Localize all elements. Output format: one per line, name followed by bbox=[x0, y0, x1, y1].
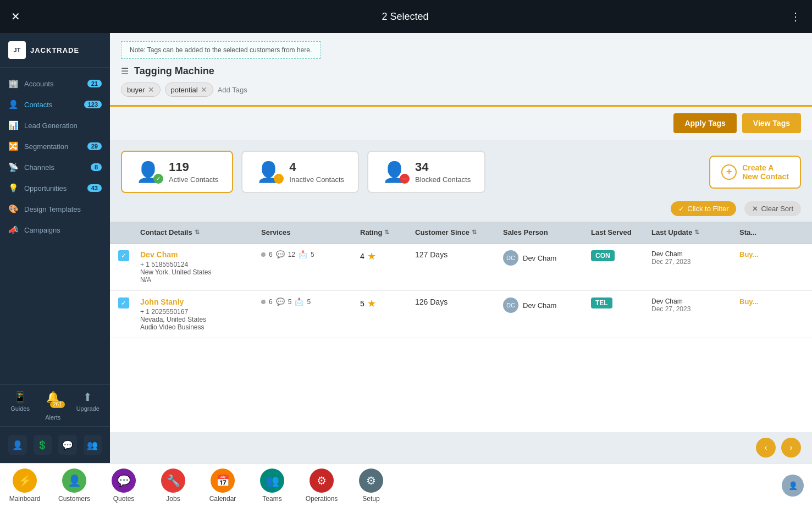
tab-customers[interactable]: 👤 Customers bbox=[49, 464, 99, 507]
contact-name-john-stanly[interactable]: John Stanly bbox=[140, 297, 261, 306]
tag-input[interactable] bbox=[218, 86, 801, 94]
bottom-tabbar: ⚡ Mainboard 👤 Customers 💬 Quotes 🔧 Jobs … bbox=[0, 463, 812, 507]
svc-count-5b: 5 bbox=[288, 298, 292, 306]
row2-rating: 5 ★ bbox=[360, 297, 415, 310]
sidebar-item-left-accounts: 🏢 Accounts bbox=[8, 79, 53, 89]
quick-icon-chat[interactable]: 💬 bbox=[58, 435, 77, 455]
sidebar-badge-segmentation: 29 bbox=[87, 142, 102, 150]
sidebar-badge-contacts: 123 bbox=[84, 101, 102, 108]
sidebar-upgrade[interactable]: ⬆ Upgrade bbox=[76, 390, 100, 421]
setup-label: Setup bbox=[362, 495, 379, 503]
stat-card-blocked[interactable]: 👤 — 34 Blocked Contacts bbox=[367, 151, 485, 193]
tab-quotes[interactable]: 💬 Quotes bbox=[99, 464, 148, 507]
row1-checkbox[interactable]: ✓ bbox=[118, 250, 140, 261]
sidebar-item-left-opportunities: 💡 Opportunities bbox=[8, 183, 67, 193]
operations-icon: ⚙ bbox=[310, 469, 334, 493]
contact-name-dev-cham[interactable]: Dev Cham bbox=[140, 250, 261, 259]
content-area: Note: Tags can be added to the selected … bbox=[110, 33, 812, 463]
close-icon[interactable]: ✕ bbox=[11, 10, 20, 23]
plus-circle-icon: + bbox=[721, 164, 737, 180]
sidebar-item-contacts[interactable]: 👤 Contacts 123 bbox=[0, 94, 110, 115]
svc-count-6b: 6 bbox=[269, 298, 273, 306]
sidebar-quick-icons: 👤 💲 💬 👥 bbox=[0, 426, 110, 463]
row1-salesperson: DC Dev Cham bbox=[503, 250, 591, 266]
lu-date-2: Dec 27, 2023 bbox=[651, 305, 739, 313]
row1-customer-since: 127 Days bbox=[415, 250, 503, 259]
more-options-icon[interactable]: ⋮ bbox=[790, 10, 801, 23]
tab-operations[interactable]: ⚙ Operations bbox=[297, 464, 346, 507]
create-new-contact-button[interactable]: + Create A New Contact bbox=[709, 156, 801, 189]
sidebar-item-segmentation[interactable]: 🔀 Segmentation 29 bbox=[0, 136, 110, 157]
apply-tags-button[interactable]: Apply Tags bbox=[673, 113, 736, 133]
quotes-label: Quotes bbox=[113, 495, 135, 503]
sidebar-guides[interactable]: 📱 Guides bbox=[10, 390, 30, 421]
sort-last-update-icon[interactable]: ⇅ bbox=[694, 229, 699, 236]
tagging-header: ☰ Tagging Machine bbox=[121, 65, 801, 77]
tab-jobs[interactable]: 🔧 Jobs bbox=[148, 464, 198, 507]
th-status: Sta... bbox=[739, 228, 783, 236]
view-tags-button[interactable]: View Tags bbox=[742, 113, 801, 133]
sidebar-item-opportunities[interactable]: 💡 Opportunities 43 bbox=[0, 178, 110, 199]
sidebar-item-accounts[interactable]: 🏢 Accounts 21 bbox=[0, 73, 110, 94]
inactive-count: 4 bbox=[289, 160, 344, 174]
sort-contact-details-icon[interactable]: ⇅ bbox=[195, 229, 200, 236]
sidebar-item-channels[interactable]: 📡 Channels 8 bbox=[0, 157, 110, 178]
quick-icon-user[interactable]: 👤 bbox=[8, 435, 27, 455]
tag-close-potential[interactable]: ✕ bbox=[201, 85, 207, 94]
blocked-count: 34 bbox=[415, 160, 471, 174]
tab-setup[interactable]: ⚙ Setup bbox=[346, 464, 396, 507]
sidebar-item-lead-generation[interactable]: 📊 Lead Generation bbox=[0, 115, 110, 136]
th-customer-since-label: Customer Since bbox=[415, 228, 469, 236]
svc-msg-icon-2: 📩 bbox=[295, 297, 303, 306]
user-avatar-bottom[interactable]: 👤 bbox=[782, 475, 812, 497]
click-to-filter-button[interactable]: ✓ Click to Filter bbox=[671, 201, 736, 216]
tag-close-buyer[interactable]: ✕ bbox=[148, 85, 154, 94]
th-rating[interactable]: Rating ⇅ bbox=[360, 228, 415, 236]
stat-card-inactive[interactable]: 👤 ! 4 Inactive Contacts bbox=[241, 151, 359, 193]
checkbox-checked-icon[interactable]: ✓ bbox=[118, 250, 129, 261]
tagging-panel: Note: Tags can be added to the selected … bbox=[110, 33, 812, 140]
row1-last-update: Dev Cham Dec 27, 2023 bbox=[651, 250, 739, 266]
row2-customer-since: 126 Days bbox=[415, 297, 503, 306]
svc-chat-icon: 💬 bbox=[276, 250, 285, 258]
tab-teams[interactable]: 👥 Teams bbox=[247, 464, 297, 507]
sidebar-label-design-templates: Design Templates bbox=[24, 205, 81, 213]
active-label: Active Contacts bbox=[169, 175, 218, 184]
sidebar-alerts[interactable]: 🔔 261 Alerts bbox=[45, 390, 60, 421]
th-last-update[interactable]: Last Update ⇅ bbox=[651, 228, 739, 236]
row2-checkbox[interactable]: ✓ bbox=[118, 297, 140, 308]
sidebar-footer: 📱 Guides 🔔 261 Alerts ⬆ Upgrade bbox=[0, 384, 110, 426]
hamburger-icon: ☰ bbox=[121, 66, 129, 76]
th-customer-since[interactable]: Customer Since ⇅ bbox=[415, 228, 503, 236]
sidebar-label-opportunities: Opportunities bbox=[24, 184, 67, 192]
th-last-served-label: Last Served bbox=[591, 228, 632, 236]
sidebar-item-left-segmentation: 🔀 Segmentation bbox=[8, 141, 68, 151]
sidebar-item-left-channels: 📡 Channels bbox=[8, 162, 54, 172]
svc-chat-icon-2: 💬 bbox=[276, 297, 285, 306]
th-contact-details[interactable]: Contact Details ⇅ bbox=[140, 228, 261, 236]
tab-calendar[interactable]: 📅 Calendar bbox=[198, 464, 247, 507]
quick-icon-dollar[interactable]: 💲 bbox=[34, 435, 52, 455]
sidebar-badge-channels: 8 bbox=[91, 163, 102, 171]
tab-mainboard[interactable]: ⚡ Mainboard bbox=[0, 464, 49, 507]
sort-rating-icon[interactable]: ⇅ bbox=[384, 229, 389, 236]
stat-card-active[interactable]: 👤 ✓ 119 Active Contacts bbox=[121, 151, 233, 193]
quick-icon-group[interactable]: 👥 bbox=[84, 435, 102, 455]
contacts-area: 👤 ✓ 119 Active Contacts 👤 ! 4 bbox=[110, 140, 812, 463]
sort-customer-since-icon[interactable]: ⇅ bbox=[472, 229, 477, 236]
checkbox-checked-icon-2[interactable]: ✓ bbox=[118, 297, 129, 308]
sidebar-label-campaigns: Campaigns bbox=[24, 226, 60, 234]
tag-label-buyer: buyer bbox=[127, 86, 145, 94]
segmentation-icon: 🔀 bbox=[8, 141, 19, 151]
quotes-icon: 💬 bbox=[112, 469, 136, 493]
row1-services: 6 💬 12 📩 5 bbox=[261, 250, 360, 258]
row2-salesperson: DC Dev Cham bbox=[503, 297, 591, 313]
sidebar-item-design-templates[interactable]: 🎨 Design Templates bbox=[0, 199, 110, 219]
customers-label: Customers bbox=[58, 495, 90, 503]
next-page-button[interactable]: › bbox=[781, 438, 801, 458]
guides-icon: 📱 bbox=[13, 390, 27, 404]
clear-sort-button[interactable]: ✕ Clear Sort bbox=[744, 201, 801, 216]
sidebar-item-campaigns[interactable]: 📣 Campaigns bbox=[0, 219, 110, 240]
campaigns-icon: 📣 bbox=[8, 225, 19, 235]
prev-page-button[interactable]: ‹ bbox=[756, 438, 776, 458]
